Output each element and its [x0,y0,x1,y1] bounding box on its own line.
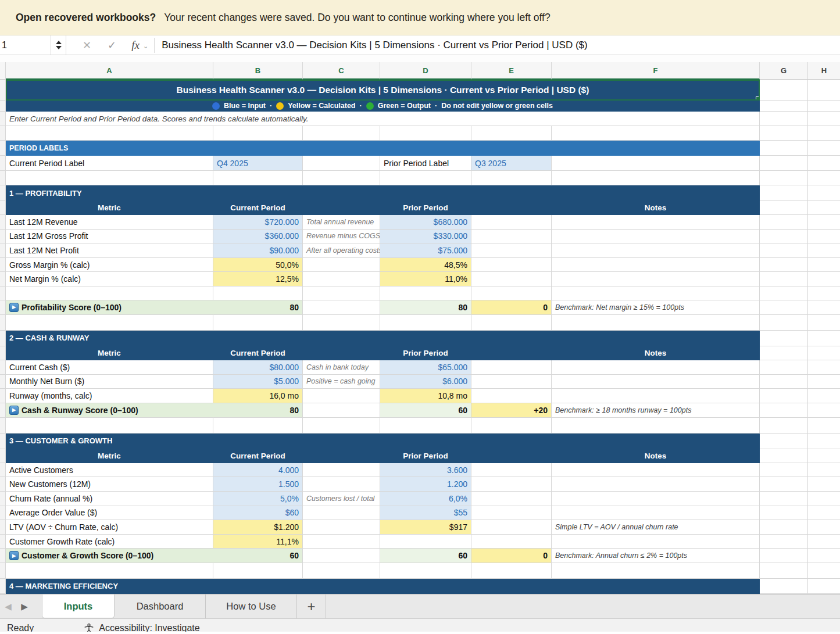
cell[interactable] [380,171,471,185]
row-header[interactable] [0,215,6,230]
score-delta-value[interactable]: 0 [471,549,552,563]
cell[interactable] [760,549,808,563]
benchmark-note[interactable]: Benchmark: ≥ 18 months runway = 100pts [552,403,760,418]
cell[interactable] [303,346,380,360]
column-header-g[interactable]: G [760,62,808,80]
cell[interactable] [471,520,552,535]
cell[interactable] [760,520,808,535]
cell[interactable] [808,477,840,492]
cell[interactable] [760,360,808,375]
cell[interactable] [552,477,760,492]
cell[interactable] [552,272,760,286]
cell[interactable] [471,463,552,478]
cell[interactable] [471,230,552,244]
spinner-down-icon[interactable] [56,46,62,49]
prior-value[interactable]: $65.000 [380,360,471,375]
row-header[interactable] [0,185,6,201]
prior-period-header-cell[interactable]: Prior Period [380,346,471,360]
add-sheet-button[interactable]: + [297,594,326,618]
chevron-down-icon[interactable]: ⌄ [143,42,148,50]
cell[interactable] [471,375,552,389]
prior-value[interactable]: $75.000 [380,243,471,258]
prior-value[interactable]: 6,0% [380,492,471,506]
score-prior-value[interactable]: 80 [380,300,471,315]
cell[interactable] [380,286,471,300]
cell[interactable] [760,403,808,418]
cell[interactable] [808,300,840,315]
cell[interactable] [303,506,380,521]
cell[interactable] [303,201,380,215]
score-current-value[interactable]: 60 [213,549,303,563]
cell[interactable] [303,389,380,403]
cell[interactable] [760,300,808,315]
cell[interactable] [303,126,380,141]
cell[interactable] [380,418,471,434]
cell[interactable] [760,185,808,201]
current-period-header-cell[interactable]: Current Period [213,201,303,215]
row-header[interactable] [0,549,6,563]
status-accessibility-label[interactable]: Accessibility: Investigate [99,623,199,632]
cell[interactable] [808,141,840,156]
row-header[interactable] [0,403,6,418]
cell[interactable] [760,463,808,478]
metric-label[interactable]: Current Cash ($) [6,360,213,375]
cell[interactable] [471,389,552,403]
metric-note[interactable]: Revenue minus COGS [303,230,380,244]
cell[interactable] [760,492,808,506]
cell[interactable] [380,126,471,141]
current-value[interactable]: $60 [213,506,303,521]
metric-label[interactable]: New Customers (12M) [6,477,213,492]
cell[interactable] [471,535,552,549]
current-period-label-cell[interactable]: Current Period Label [6,156,213,171]
column-header-f[interactable]: F [552,62,760,80]
row-header[interactable] [0,315,6,331]
row-header[interactable] [0,346,6,360]
metric-label[interactable]: Runway (months, calc) [6,389,213,403]
tab-how-to-use[interactable]: How to Use [206,594,297,618]
current-value[interactable]: 4.000 [213,463,303,478]
prior-value[interactable]: $6.000 [380,375,471,389]
current-value[interactable]: 12,5% [213,272,303,286]
row-header[interactable] [0,171,6,185]
row-header[interactable] [0,434,6,449]
cell[interactable] [808,215,840,230]
cell[interactable] [760,258,808,273]
cell[interactable] [760,506,808,521]
notes-header-cell[interactable]: Notes [552,449,760,463]
cell[interactable] [471,563,552,579]
metric-fnote[interactable]: Simple LTV = AOV / annual churn rate [552,520,760,535]
cell[interactable] [303,171,380,185]
row-header[interactable] [0,112,6,126]
cell[interactable] [6,418,213,434]
cell[interactable] [552,492,760,506]
score-label-cell[interactable]: ▶Cash & Runway Score (0–100) [6,403,213,418]
enter-icon[interactable]: ✓ [108,39,116,52]
cell[interactable] [303,535,380,549]
row-header[interactable] [0,535,6,549]
cell[interactable] [808,243,840,258]
cell[interactable] [303,549,380,563]
cell[interactable] [303,418,380,434]
cell[interactable] [808,449,840,463]
cell[interactable] [471,272,552,286]
row-header[interactable] [0,230,6,244]
cell[interactable] [213,315,303,331]
cell[interactable] [552,375,760,389]
cell[interactable] [471,215,552,230]
metric-label[interactable]: Average Order Value ($) [6,506,213,521]
cell[interactable] [303,449,380,463]
cell[interactable] [808,434,840,449]
cell[interactable] [303,272,380,286]
metric-label[interactable]: Gross Margin % (calc) [6,258,213,273]
cell[interactable] [213,286,303,300]
section-4-title-cell[interactable]: 4 — MARKETING EFFICIENCY [6,579,760,594]
cell[interactable] [760,101,808,112]
cell[interactable] [808,389,840,403]
spinner-up-icon[interactable] [56,41,62,44]
cell[interactable] [808,315,840,331]
cell[interactable] [760,434,808,449]
current-value[interactable]: 16,0 mo [213,389,303,403]
metric-note[interactable]: Total annual revenue [303,215,380,230]
cell[interactable] [213,563,303,579]
cell[interactable] [808,535,840,549]
